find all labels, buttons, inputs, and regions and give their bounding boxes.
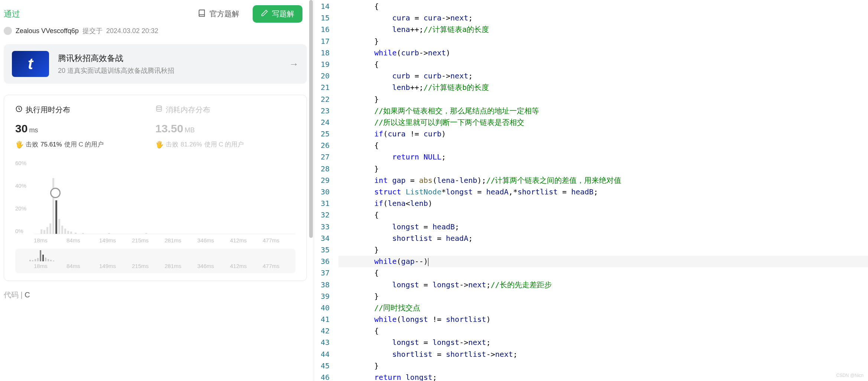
chart-y-axis: 60% 40% 20% 0% (15, 160, 34, 234)
promo-card[interactable]: t 腾讯秋招高效备战 20 道真实面试题训练高效备战腾讯秋招 → (4, 44, 307, 84)
write-solution-label: 写题解 (272, 9, 294, 19)
chart-x-axis: 18ms84ms149ms215ms281ms346ms412ms477ms (34, 237, 295, 243)
official-solution-label: 官方题解 (210, 9, 239, 19)
runtime-unit: ms (29, 126, 38, 134)
left-scrollbar[interactable] (308, 0, 314, 381)
code-label: 代码 (4, 291, 19, 299)
hand-icon: 🖐 (155, 141, 163, 149)
chart-plot (34, 160, 295, 234)
edit-icon (261, 9, 268, 19)
submit-prefix: 提交于 (82, 26, 103, 35)
code-content[interactable]: { cura = cura->next; lena++;//计算链表a的长度 }… (339, 1, 868, 381)
beat-prefix: 击败 (26, 140, 38, 149)
database-icon (155, 105, 163, 114)
submit-time: 2024.03.02 20:32 (106, 27, 158, 35)
write-solution-button[interactable]: 写题解 (253, 5, 302, 23)
memory-value: 13.50 (155, 122, 183, 135)
memory-unit: MB (185, 126, 195, 134)
scrollbar-thumb[interactable] (309, 0, 313, 238)
author-name[interactable]: Zealous VVescoffq6p (16, 27, 79, 35)
code-editor[interactable]: 1415161718192021222324252627282930313233… (314, 0, 868, 381)
clock-icon (15, 105, 23, 114)
line-gutter: 1415161718192021222324252627282930313233… (314, 1, 339, 381)
promo-icon: t (12, 51, 49, 77)
mini-chart-x-axis: 18ms84ms149ms215ms281ms346ms412ms477ms (34, 263, 295, 269)
official-solution-button[interactable]: 官方题解 (190, 5, 247, 23)
code-language: C (25, 291, 30, 299)
beat-prefix: 击败 (166, 140, 178, 149)
svg-point-1 (156, 106, 161, 108)
mini-chart[interactable]: 18ms84ms149ms215ms281ms346ms412ms477ms (15, 249, 295, 273)
book-icon (198, 9, 206, 19)
arrow-right-icon: → (289, 58, 299, 70)
promo-subtitle: 20 道真实面试题训练高效备战腾讯秋招 (58, 66, 280, 75)
user-marker-icon (50, 188, 61, 198)
runtime-chart[interactable]: 60% 40% 20% 0% (15, 160, 295, 273)
promo-title: 腾讯秋招高效备战 (58, 53, 280, 64)
beat-suffix: 使用 C 的用户 (204, 140, 244, 149)
memory-title: 消耗内存分布 (166, 105, 210, 115)
avatar[interactable] (4, 27, 12, 35)
memory-beat-pct: 81.26% (181, 141, 202, 148)
stats-card: 执行用时分布 30ms 🖐 击败 75.61% 使用 C 的用户 (4, 95, 307, 281)
runtime-beat-pct: 75.61% (41, 141, 62, 148)
watermark: CSDN @Nicn (836, 373, 864, 378)
runtime-title: 执行用时分布 (26, 105, 70, 115)
memory-block[interactable]: 消耗内存分布 13.50MB 🖐 击败 81.26% 使用 C 的用户 (155, 105, 295, 149)
code-section-header: 代码 | C (4, 290, 314, 300)
submission-panel: 通过 官方题解 写题解 Zealous VVescoffq6p (0, 0, 314, 381)
hand-icon: 🖐 (15, 141, 23, 149)
runtime-value: 30 (15, 122, 27, 135)
beat-suffix: 使用 C 的用户 (64, 140, 104, 149)
runtime-block[interactable]: 执行用时分布 30ms 🖐 击败 75.61% 使用 C 的用户 (15, 105, 155, 149)
status-text: 通过 (4, 9, 20, 20)
author-row: Zealous VVescoffq6p 提交于 2024.03.02 20:32 (4, 26, 314, 35)
